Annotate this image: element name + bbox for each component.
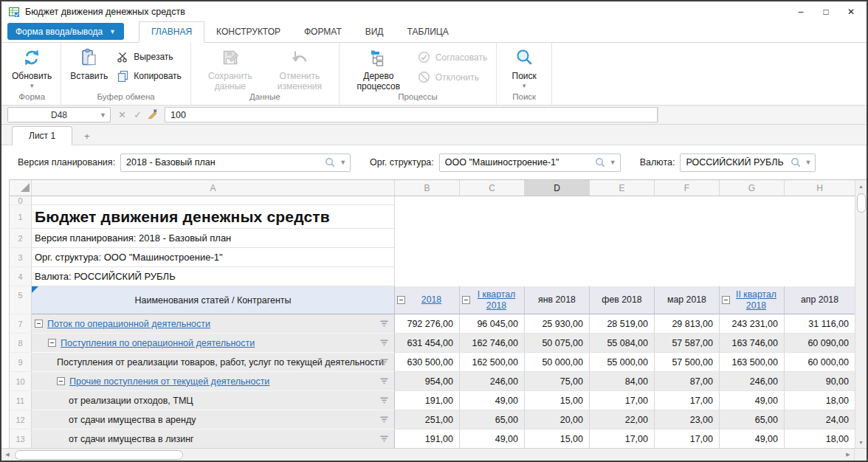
empty-cells[interactable] — [395, 229, 855, 248]
filter-field[interactable]: 2018 - Базовый план▼ — [120, 154, 351, 172]
row-header-12[interactable]: 12 — [10, 410, 32, 430]
column-header-H[interactable]: H — [785, 180, 855, 196]
period-link[interactable]: 2018 — [421, 294, 441, 306]
ribbon-button-save[interactable]: Сохранить данные — [196, 45, 265, 93]
cell-B13[interactable]: 191,00 — [395, 430, 460, 448]
column-header-A[interactable]: A — [32, 180, 395, 196]
minimize-button[interactable]: – — [788, 4, 813, 20]
cell-D9[interactable]: 50 000,00 — [525, 353, 590, 372]
collapse-icon[interactable] — [397, 296, 405, 304]
cell-D8[interactable]: 50 075,00 — [525, 334, 590, 353]
cell-C11[interactable]: 49,00 — [460, 391, 525, 410]
select-all-corner[interactable] — [10, 180, 32, 196]
filter-icon[interactable] — [380, 339, 388, 347]
cell-C8[interactable]: 162 746,00 — [460, 334, 525, 353]
cell-D5[interactable]: янв 2018 — [525, 286, 590, 314]
chevron-down-icon[interactable]: ▼ — [340, 159, 346, 166]
cell-A8[interactable]: Поступления по операционной деятельности — [32, 334, 395, 353]
cell-A2[interactable]: Версия планирования: 2018 - Базовый план — [32, 229, 395, 248]
search-icon[interactable] — [325, 157, 335, 168]
cell-H11[interactable]: 18,00 — [785, 391, 855, 410]
column-header-C[interactable]: C — [460, 180, 525, 196]
ribbon-button-reject[interactable]: Отклонить — [418, 71, 487, 83]
filter-icon[interactable] — [380, 397, 388, 404]
cell-H10[interactable]: 90,00 — [785, 372, 855, 391]
empty-cells[interactable] — [395, 196, 855, 205]
cell-C9[interactable]: 162 500,00 — [460, 353, 525, 372]
filter-field[interactable]: РОССИЙСКИЙ РУБЛЬ▼ — [680, 154, 816, 172]
ribbon-button-paste[interactable]: Вставить — [66, 45, 112, 83]
cell-C13[interactable]: 49,00 — [460, 430, 525, 448]
empty-cells[interactable] — [395, 248, 855, 267]
row-header-1[interactable]: 1 — [10, 205, 32, 229]
search-icon[interactable] — [595, 157, 605, 168]
form-io-button[interactable]: Форма ввода/вывода ▼ — [7, 23, 124, 40]
cell-F12[interactable]: 23,00 — [655, 410, 720, 430]
cell-F9[interactable]: 57 500,00 — [655, 353, 720, 372]
tree-node-link[interactable]: Поток по операционной деятельности — [47, 319, 210, 329]
cell-A10[interactable]: Прочие поступления от текущей деятельнос… — [32, 372, 395, 391]
cell-E13[interactable]: 17,00 — [590, 430, 655, 448]
filter-field[interactable]: ООО "Машиностроение-1"▼ — [439, 154, 621, 172]
cell-A11[interactable]: от реализации отходов, ТМЦ — [32, 391, 395, 410]
cell-F11[interactable]: 17,00 — [655, 391, 720, 410]
cell-E9[interactable]: 55 000,00 — [590, 353, 655, 372]
filter-icon[interactable] — [380, 435, 388, 443]
row-header-0[interactable]: 0 — [10, 196, 32, 205]
cell-G13[interactable]: 49,00 — [720, 430, 785, 448]
cell-H13[interactable]: 18,00 — [785, 430, 855, 448]
cell-D10[interactable]: 75,00 — [525, 372, 590, 391]
cell-A0[interactable] — [32, 196, 395, 205]
cell-A13[interactable]: от сдачи имущества в лизинг — [32, 430, 395, 448]
collapse-icon[interactable] — [462, 296, 470, 304]
filter-icon[interactable] — [380, 359, 388, 366]
cell-name-box[interactable]: D48 ▼ — [7, 107, 111, 123]
empty-cells[interactable] — [395, 205, 855, 229]
vertical-scroll-thumb[interactable] — [857, 193, 866, 213]
filter-icon[interactable] — [380, 320, 388, 328]
row-header-13[interactable]: 13 — [10, 430, 32, 448]
search-icon[interactable] — [790, 157, 801, 168]
cell-E11[interactable]: 17,00 — [590, 391, 655, 410]
column-header-D[interactable]: D — [525, 180, 590, 196]
row-header-8[interactable]: 8 — [10, 334, 32, 353]
row-header-5[interactable]: 5 — [10, 286, 32, 314]
cell-B9[interactable]: 630 500,00 — [395, 353, 460, 372]
period-link[interactable]: II квартал 2018 — [731, 289, 782, 311]
close-button[interactable]: ✕ — [838, 4, 864, 20]
tree-node-link[interactable]: Поступления по операционной деятельности — [61, 338, 255, 348]
tab-формат[interactable]: ФОРМАТ — [292, 22, 354, 42]
cell-D11[interactable]: 15,00 — [525, 391, 590, 410]
cell-H5[interactable]: апр 2018 — [785, 286, 855, 314]
tab-конструктор[interactable]: КОНСТРУКТОР — [204, 22, 292, 42]
filter-icon[interactable] — [380, 416, 388, 424]
scroll-down-button[interactable]: ▼ — [855, 436, 867, 448]
collapse-icon[interactable] — [35, 320, 43, 328]
cell-G7[interactable]: 243 231,00 — [720, 314, 785, 334]
cell-B10[interactable]: 954,00 — [395, 372, 460, 391]
row-header-2[interactable]: 2 — [10, 229, 32, 248]
cell-A1[interactable]: Бюджет движения денежных средств — [32, 205, 395, 229]
tab-вид[interactable]: ВИД — [354, 22, 396, 42]
cell-H12[interactable]: 24,00 — [785, 410, 855, 430]
scroll-left-button[interactable]: ◀ — [1, 449, 13, 461]
cell-D12[interactable]: 20,00 — [525, 410, 590, 430]
cell-B5[interactable]: 2018 — [395, 286, 460, 314]
horizontal-scroll-thumb[interactable] — [15, 450, 183, 460]
cell-E7[interactable]: 28 519,00 — [590, 314, 655, 334]
cell-A3[interactable]: Орг. структура: ООО "Машиностроение-1" — [32, 248, 395, 267]
ribbon-button-refresh[interactable]: Обновить▼ — [7, 45, 56, 91]
cell-H9[interactable]: 60 000,00 — [785, 353, 855, 372]
row-header-7[interactable]: 7 — [10, 314, 32, 334]
formula-input[interactable]: 100 — [165, 107, 658, 123]
vertical-scrollbar[interactable]: ▲ ▼ — [855, 180, 867, 448]
cell-F8[interactable]: 57 587,00 — [655, 334, 720, 353]
cell-C7[interactable]: 96 045,00 — [460, 314, 525, 334]
cell-C10[interactable]: 246,00 — [460, 372, 525, 391]
cell-G10[interactable]: 246,00 — [720, 372, 785, 391]
cell-E12[interactable]: 22,00 — [590, 410, 655, 430]
cell-G12[interactable]: 65,00 — [720, 410, 785, 430]
chevron-down-icon[interactable]: ▼ — [805, 159, 812, 166]
filter-icon[interactable] — [380, 378, 388, 385]
edit-formula-icon[interactable] — [145, 108, 161, 121]
